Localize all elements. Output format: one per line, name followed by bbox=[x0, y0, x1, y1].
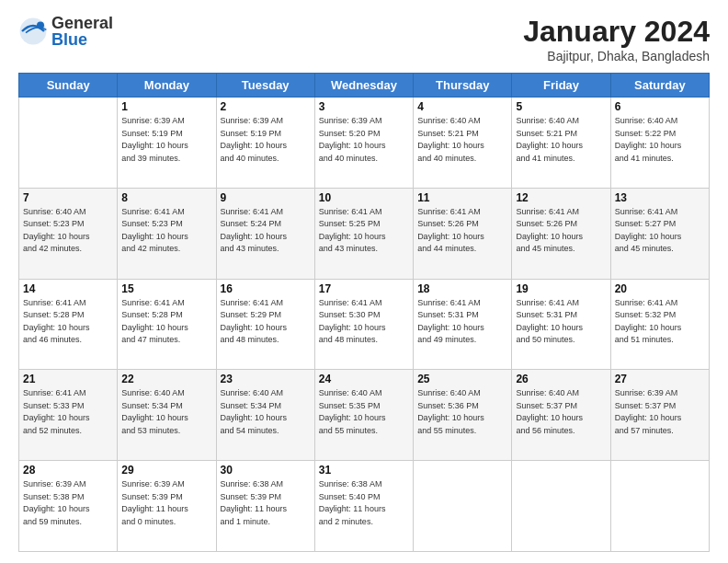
calendar-cell: 8Sunrise: 6:41 AM Sunset: 5:23 PM Daylig… bbox=[118, 188, 216, 279]
calendar-cell bbox=[19, 98, 118, 189]
calendar-cell: 3Sunrise: 6:39 AM Sunset: 5:20 PM Daylig… bbox=[314, 98, 413, 189]
weekday-monday: Monday bbox=[118, 74, 216, 98]
calendar-cell: 26Sunrise: 6:40 AM Sunset: 5:37 PM Dayli… bbox=[512, 370, 610, 461]
calendar-table: SundayMondayTuesdayWednesdayThursdayFrid… bbox=[18, 73, 710, 552]
day-info: Sunrise: 6:41 AM Sunset: 5:32 PM Dayligh… bbox=[615, 297, 705, 347]
calendar-cell: 17Sunrise: 6:41 AM Sunset: 5:30 PM Dayli… bbox=[314, 279, 413, 370]
day-number: 24 bbox=[319, 373, 409, 385]
day-number: 30 bbox=[221, 464, 311, 477]
calendar-cell: 9Sunrise: 6:41 AM Sunset: 5:24 PM Daylig… bbox=[216, 188, 314, 279]
calendar-cell: 20Sunrise: 6:41 AM Sunset: 5:32 PM Dayli… bbox=[610, 279, 709, 370]
calendar-cell: 24Sunrise: 6:40 AM Sunset: 5:35 PM Dayli… bbox=[314, 370, 413, 461]
day-info: Sunrise: 6:40 AM Sunset: 5:34 PM Dayligh… bbox=[121, 387, 211, 437]
calendar-cell: 31Sunrise: 6:38 AM Sunset: 5:40 PM Dayli… bbox=[314, 461, 413, 552]
day-info: Sunrise: 6:38 AM Sunset: 5:40 PM Dayligh… bbox=[319, 478, 409, 528]
calendar-cell: 4Sunrise: 6:40 AM Sunset: 5:21 PM Daylig… bbox=[414, 98, 512, 189]
day-number: 22 bbox=[121, 373, 211, 385]
calendar-week-row: 1Sunrise: 6:39 AM Sunset: 5:19 PM Daylig… bbox=[19, 98, 710, 189]
day-info: Sunrise: 6:41 AM Sunset: 5:23 PM Dayligh… bbox=[121, 206, 211, 256]
day-info: Sunrise: 6:41 AM Sunset: 5:26 PM Dayligh… bbox=[417, 206, 507, 256]
day-info: Sunrise: 6:40 AM Sunset: 5:21 PM Dayligh… bbox=[516, 115, 606, 165]
day-info: Sunrise: 6:39 AM Sunset: 5:19 PM Dayligh… bbox=[121, 115, 211, 165]
calendar-cell: 14Sunrise: 6:41 AM Sunset: 5:28 PM Dayli… bbox=[19, 279, 118, 370]
title-block: January 2024 Bajitpur, Dhaka, Bangladesh bbox=[523, 15, 710, 63]
day-number: 20 bbox=[615, 282, 705, 295]
calendar-cell: 6Sunrise: 6:40 AM Sunset: 5:22 PM Daylig… bbox=[610, 98, 709, 189]
day-info: Sunrise: 6:41 AM Sunset: 5:33 PM Dayligh… bbox=[23, 387, 113, 437]
day-info: Sunrise: 6:40 AM Sunset: 5:37 PM Dayligh… bbox=[516, 387, 606, 437]
day-info: Sunrise: 6:40 AM Sunset: 5:23 PM Dayligh… bbox=[23, 206, 113, 256]
calendar-cell: 2Sunrise: 6:39 AM Sunset: 5:19 PM Daylig… bbox=[216, 98, 314, 189]
day-number: 4 bbox=[417, 100, 507, 113]
day-info: Sunrise: 6:41 AM Sunset: 5:27 PM Dayligh… bbox=[615, 206, 705, 256]
calendar-cell: 21Sunrise: 6:41 AM Sunset: 5:33 PM Dayli… bbox=[19, 370, 118, 461]
header: General Blue January 2024 Bajitpur, Dhak… bbox=[18, 15, 710, 63]
day-info: Sunrise: 6:41 AM Sunset: 5:29 PM Dayligh… bbox=[221, 297, 311, 347]
day-info: Sunrise: 6:40 AM Sunset: 5:22 PM Dayligh… bbox=[615, 115, 705, 165]
day-number: 31 bbox=[319, 464, 409, 477]
day-info: Sunrise: 6:41 AM Sunset: 5:28 PM Dayligh… bbox=[23, 297, 113, 347]
day-number: 18 bbox=[417, 282, 507, 295]
calendar-cell: 19Sunrise: 6:41 AM Sunset: 5:31 PM Dayli… bbox=[512, 279, 610, 370]
day-number: 26 bbox=[516, 373, 606, 385]
calendar-cell: 27Sunrise: 6:39 AM Sunset: 5:37 PM Dayli… bbox=[610, 370, 709, 461]
svg-point-0 bbox=[20, 18, 47, 45]
svg-point-1 bbox=[37, 22, 44, 29]
day-number: 16 bbox=[221, 282, 311, 295]
day-number: 14 bbox=[23, 282, 113, 295]
day-info: Sunrise: 6:41 AM Sunset: 5:30 PM Dayligh… bbox=[319, 297, 409, 347]
day-number: 5 bbox=[516, 100, 606, 113]
day-number: 13 bbox=[615, 191, 705, 204]
day-info: Sunrise: 6:41 AM Sunset: 5:26 PM Dayligh… bbox=[516, 206, 606, 256]
calendar-week-row: 21Sunrise: 6:41 AM Sunset: 5:33 PM Dayli… bbox=[19, 370, 710, 461]
calendar-cell: 7Sunrise: 6:40 AM Sunset: 5:23 PM Daylig… bbox=[19, 188, 118, 279]
day-info: Sunrise: 6:40 AM Sunset: 5:36 PM Dayligh… bbox=[417, 387, 507, 437]
day-info: Sunrise: 6:39 AM Sunset: 5:20 PM Dayligh… bbox=[319, 115, 409, 165]
location: Bajitpur, Dhaka, Bangladesh bbox=[523, 49, 710, 63]
calendar-cell: 13Sunrise: 6:41 AM Sunset: 5:27 PM Dayli… bbox=[610, 188, 709, 279]
calendar-cell: 5Sunrise: 6:40 AM Sunset: 5:21 PM Daylig… bbox=[512, 98, 610, 189]
calendar-cell: 23Sunrise: 6:40 AM Sunset: 5:34 PM Dayli… bbox=[216, 370, 314, 461]
day-info: Sunrise: 6:41 AM Sunset: 5:28 PM Dayligh… bbox=[121, 297, 211, 347]
day-info: Sunrise: 6:39 AM Sunset: 5:39 PM Dayligh… bbox=[121, 478, 211, 528]
day-info: Sunrise: 6:39 AM Sunset: 5:37 PM Dayligh… bbox=[615, 387, 705, 437]
day-number: 8 bbox=[121, 191, 211, 204]
calendar-cell: 25Sunrise: 6:40 AM Sunset: 5:36 PM Dayli… bbox=[414, 370, 512, 461]
weekday-saturday: Saturday bbox=[610, 74, 709, 98]
day-number: 21 bbox=[23, 373, 113, 385]
day-info: Sunrise: 6:41 AM Sunset: 5:31 PM Dayligh… bbox=[516, 297, 606, 347]
calendar-cell bbox=[610, 461, 709, 552]
day-info: Sunrise: 6:41 AM Sunset: 5:25 PM Dayligh… bbox=[319, 206, 409, 256]
weekday-sunday: Sunday bbox=[19, 74, 118, 98]
day-info: Sunrise: 6:40 AM Sunset: 5:35 PM Dayligh… bbox=[319, 387, 409, 437]
calendar-cell: 28Sunrise: 6:39 AM Sunset: 5:38 PM Dayli… bbox=[19, 461, 118, 552]
day-number: 10 bbox=[319, 191, 409, 204]
day-info: Sunrise: 6:39 AM Sunset: 5:19 PM Dayligh… bbox=[221, 115, 311, 165]
day-number: 15 bbox=[121, 282, 211, 295]
day-number: 17 bbox=[319, 282, 409, 295]
day-info: Sunrise: 6:39 AM Sunset: 5:38 PM Dayligh… bbox=[23, 478, 113, 528]
calendar-cell bbox=[414, 461, 512, 552]
day-info: Sunrise: 6:41 AM Sunset: 5:24 PM Dayligh… bbox=[221, 206, 311, 256]
month-year: January 2024 bbox=[523, 15, 710, 49]
day-number: 6 bbox=[615, 100, 705, 113]
day-number: 23 bbox=[221, 373, 311, 385]
day-info: Sunrise: 6:38 AM Sunset: 5:39 PM Dayligh… bbox=[221, 478, 311, 528]
day-number: 25 bbox=[417, 373, 507, 385]
calendar-cell: 30Sunrise: 6:38 AM Sunset: 5:39 PM Dayli… bbox=[216, 461, 314, 552]
calendar-week-row: 14Sunrise: 6:41 AM Sunset: 5:28 PM Dayli… bbox=[19, 279, 710, 370]
calendar-cell: 22Sunrise: 6:40 AM Sunset: 5:34 PM Dayli… bbox=[118, 370, 216, 461]
calendar-cell: 16Sunrise: 6:41 AM Sunset: 5:29 PM Dayli… bbox=[216, 279, 314, 370]
day-number: 1 bbox=[121, 100, 211, 113]
day-number: 19 bbox=[516, 282, 606, 295]
logo-general-text: General bbox=[51, 15, 113, 31]
logo-blue-text: Blue bbox=[51, 31, 113, 48]
calendar-cell: 29Sunrise: 6:39 AM Sunset: 5:39 PM Dayli… bbox=[118, 461, 216, 552]
calendar-page: General Blue January 2024 Bajitpur, Dhak… bbox=[0, 0, 728, 563]
logo-icon bbox=[18, 17, 48, 46]
day-number: 27 bbox=[615, 373, 705, 385]
calendar-cell: 12Sunrise: 6:41 AM Sunset: 5:26 PM Dayli… bbox=[512, 188, 610, 279]
day-number: 12 bbox=[516, 191, 606, 204]
weekday-friday: Friday bbox=[512, 74, 610, 98]
day-number: 29 bbox=[121, 464, 211, 477]
